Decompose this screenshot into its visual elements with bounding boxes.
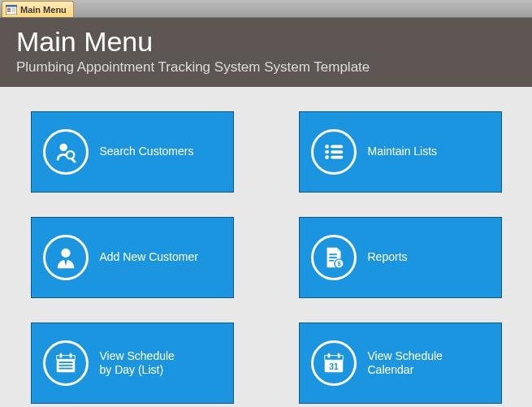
tile-add-new-customer[interactable]: Add New Customer (31, 217, 234, 298)
svg-point-7 (66, 151, 73, 158)
tile-label: Maintain Lists (368, 145, 438, 159)
tile-reports[interactable]: $ Reports (299, 217, 502, 298)
svg-point-15 (61, 249, 70, 258)
tile-label: View Schedule Calendar (368, 349, 443, 378)
svg-rect-16 (329, 253, 336, 255)
svg-rect-1 (6, 5, 17, 7)
svg-rect-14 (331, 156, 343, 159)
svg-rect-24 (69, 353, 71, 358)
svg-point-6 (59, 144, 67, 151)
svg-point-9 (325, 145, 329, 149)
person-icon (43, 235, 89, 280)
svg-rect-10 (331, 145, 343, 149)
svg-rect-22 (56, 356, 75, 360)
menu-grid: Search Customers Maintain Lists Add New … (0, 87, 532, 404)
svg-point-13 (325, 155, 329, 159)
svg-rect-30 (327, 353, 330, 358)
tab-strip: Main Menu (0, 0, 532, 18)
svg-rect-23 (59, 353, 62, 358)
svg-rect-31 (337, 353, 340, 358)
tile-maintain-lists[interactable]: Maintain Lists (299, 111, 502, 193)
svg-rect-18 (329, 260, 334, 262)
tile-label: Search Customers (100, 145, 194, 159)
svg-rect-3 (7, 10, 11, 11)
list-icon (311, 129, 357, 175)
tile-label: Add New Customer (100, 250, 198, 265)
tile-view-schedule-calendar[interactable]: 31 View Schedule Calendar (299, 323, 502, 404)
header: Main Menu Plumbing Appointment Tracking … (0, 18, 532, 87)
tab-main-menu[interactable]: Main Menu (2, 1, 74, 17)
svg-point-11 (325, 150, 329, 154)
svg-rect-5 (12, 10, 15, 11)
page-title: Main Menu (16, 26, 516, 58)
page-subtitle: Plumbing Appointment Tracking System Sys… (16, 59, 516, 76)
svg-rect-17 (329, 257, 336, 258)
tile-label: Reports (368, 250, 408, 265)
schedule-list-icon (43, 340, 89, 386)
svg-rect-25 (58, 362, 72, 363)
svg-rect-8 (71, 158, 76, 164)
tile-search-customers[interactable]: Search Customers (31, 111, 234, 193)
search-customer-icon (43, 129, 89, 175)
tile-view-schedule-day[interactable]: View Schedule by Day (List) (31, 323, 234, 404)
svg-rect-4 (12, 8, 15, 10)
tile-label: View Schedule by Day (List) (100, 349, 175, 378)
svg-rect-27 (58, 368, 72, 370)
svg-rect-2 (7, 8, 11, 10)
report-icon: $ (311, 235, 357, 280)
tab-label: Main Menu (20, 5, 67, 15)
svg-text:31: 31 (329, 362, 339, 371)
svg-rect-26 (58, 365, 72, 366)
form-icon (6, 5, 17, 15)
svg-rect-29 (324, 356, 343, 361)
calendar-icon: 31 (311, 340, 357, 386)
svg-rect-12 (331, 150, 343, 154)
